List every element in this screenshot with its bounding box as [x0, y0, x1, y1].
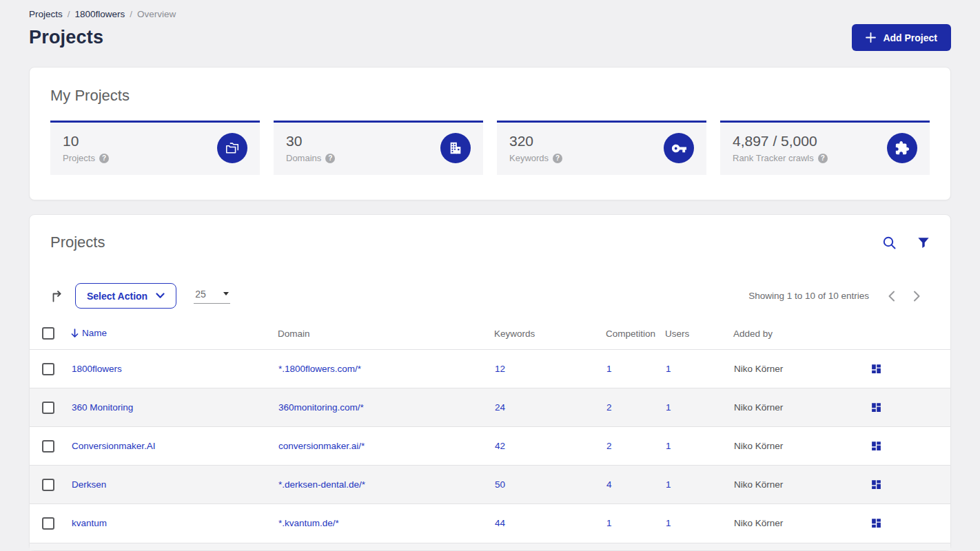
- breadcrumb-overview: Overview: [137, 9, 176, 19]
- projects-card: Projects Se: [29, 214, 951, 551]
- key-icon: [664, 133, 694, 163]
- added-by-cell: Niko Körner: [733, 466, 870, 504]
- page-size-select[interactable]: 25: [194, 289, 230, 304]
- column-header-keywords[interactable]: Keywords: [494, 320, 606, 350]
- stat-tile-domains: 30 Domains ?: [274, 121, 483, 175]
- select-action-dropdown[interactable]: Select Action: [75, 283, 176, 309]
- project-domain-link[interactable]: 360monitoring.com/*: [278, 402, 364, 413]
- project-domain-link[interactable]: *.derksen-dental.de/*: [278, 479, 365, 490]
- users-count-link[interactable]: 1: [666, 402, 671, 413]
- dashboard-grid-icon[interactable]: [870, 479, 882, 490]
- project-name-link[interactable]: Conversionmaker.AI: [72, 441, 156, 451]
- table-row: Conversionmaker.AI conversionmaker.ai/* …: [30, 427, 950, 466]
- competition-count-link[interactable]: 1: [606, 364, 612, 374]
- filter-icon[interactable]: [917, 236, 930, 249]
- competition-count-link[interactable]: 2: [606, 402, 612, 413]
- project-domain-link[interactable]: conversionmaker.ai/*: [278, 441, 365, 451]
- my-projects-title: My Projects: [50, 87, 930, 105]
- row-checkbox[interactable]: [42, 440, 54, 453]
- projects-table-title: Projects: [50, 233, 105, 251]
- dashboard-grid-icon[interactable]: [870, 440, 882, 452]
- add-project-button[interactable]: Add Project: [852, 24, 951, 51]
- search-icon[interactable]: [882, 236, 897, 250]
- keywords-count-link[interactable]: 44: [495, 518, 505, 528]
- project-name-link[interactable]: 1800flowers: [72, 364, 122, 374]
- select-all-checkbox[interactable]: [42, 327, 54, 340]
- chevron-down-icon: [156, 293, 165, 299]
- keywords-count: 320: [509, 133, 562, 149]
- project-name-link[interactable]: Derksen: [72, 479, 106, 490]
- added-by-cell: Niko Körner: [733, 350, 870, 388]
- stat-tile-projects: 10 Projects ?: [50, 121, 260, 175]
- my-projects-card: My Projects 10 Projects ?: [29, 67, 951, 200]
- top-header: Projects / 1800flowers / Overview Projec…: [29, 0, 951, 51]
- project-name-link[interactable]: 360 Monitoring: [72, 402, 133, 413]
- help-icon[interactable]: ?: [325, 154, 335, 163]
- select-action-label: Select Action: [87, 291, 147, 302]
- breadcrumb-separator: /: [130, 9, 132, 19]
- project-name-link[interactable]: kvantum: [72, 518, 107, 528]
- column-header-users[interactable]: Users: [665, 320, 733, 350]
- dashboard-grid-icon[interactable]: [870, 363, 882, 375]
- added-by-cell: Niko Körner: [733, 504, 870, 543]
- export-arrow-icon[interactable]: [50, 289, 65, 303]
- rank-tracker-count: 4,897 / 5,000: [733, 133, 828, 149]
- users-count-link[interactable]: 1: [666, 518, 671, 528]
- rank-tracker-label: Rank Tracker crawls: [733, 153, 814, 163]
- prev-page-icon[interactable]: [879, 287, 904, 306]
- stat-tiles: 10 Projects ? 30 Domai: [50, 121, 930, 175]
- plus-icon: [866, 32, 876, 43]
- table-controls: Select Action 25 Showing 1 to 10 of 10 e…: [30, 283, 950, 309]
- keywords-count-link[interactable]: 42: [495, 441, 505, 451]
- domains-label: Domains: [286, 153, 321, 163]
- users-count-link[interactable]: 1: [666, 441, 671, 451]
- row-checkbox[interactable]: [42, 479, 54, 491]
- projects-table: Name Domain Keywords Competition Users A…: [30, 320, 950, 543]
- building-icon: [440, 133, 471, 163]
- breadcrumb-projects[interactable]: Projects: [29, 9, 63, 19]
- row-checkbox[interactable]: [42, 363, 54, 375]
- sort-down-icon: [71, 329, 79, 337]
- column-header-added-by[interactable]: Added by: [733, 320, 870, 350]
- column-header-domain[interactable]: Domain: [278, 320, 494, 350]
- help-icon[interactable]: ?: [553, 154, 562, 163]
- caret-down-icon: [223, 292, 229, 295]
- folders-icon: [217, 133, 247, 163]
- dashboard-grid-icon[interactable]: [870, 517, 882, 529]
- pagination: [879, 287, 930, 306]
- keywords-count-link[interactable]: 12: [495, 364, 505, 374]
- competition-count-link[interactable]: 1: [606, 518, 612, 528]
- table-header-row: Name Domain Keywords Competition Users A…: [30, 320, 950, 350]
- page: Projects / 1800flowers / Overview Projec…: [0, 0, 980, 551]
- table-row: Derksen *.derksen-dental.de/* 50 4 1 Nik…: [30, 466, 950, 504]
- competition-count-link[interactable]: 4: [606, 479, 612, 490]
- help-icon[interactable]: ?: [99, 154, 109, 163]
- row-checkbox[interactable]: [42, 402, 54, 414]
- projects-count: 10: [63, 133, 109, 149]
- stat-tile-keywords: 320 Keywords ?: [497, 121, 706, 175]
- puzzle-icon: [887, 133, 917, 163]
- dashboard-grid-icon[interactable]: [870, 402, 882, 413]
- page-size-value: 25: [195, 289, 206, 300]
- column-header-name[interactable]: Name: [71, 320, 278, 350]
- next-page-icon[interactable]: [904, 287, 930, 306]
- domains-count: 30: [286, 133, 335, 149]
- table-row-partial: [30, 543, 950, 550]
- keywords-count-link[interactable]: 50: [495, 479, 505, 490]
- stat-tile-rank-tracker: 4,897 / 5,000 Rank Tracker crawls ?: [720, 121, 930, 175]
- help-icon[interactable]: ?: [818, 154, 828, 163]
- project-domain-link[interactable]: *.1800flowers.com/*: [278, 364, 361, 374]
- column-header-competition[interactable]: Competition: [606, 320, 665, 350]
- keywords-count-link[interactable]: 24: [495, 402, 505, 413]
- row-checkbox[interactable]: [42, 517, 54, 530]
- breadcrumb: Projects / 1800flowers / Overview: [29, 9, 951, 19]
- users-count-link[interactable]: 1: [666, 364, 671, 374]
- competition-count-link[interactable]: 2: [606, 441, 612, 451]
- breadcrumb-1800flowers[interactable]: 1800flowers: [75, 9, 125, 19]
- users-count-link[interactable]: 1: [666, 479, 671, 490]
- table-row: 1800flowers *.1800flowers.com/* 12 1 1 N…: [30, 350, 950, 388]
- breadcrumb-separator: /: [68, 9, 70, 19]
- project-domain-link[interactable]: *.kvantum.de/*: [278, 518, 339, 528]
- keywords-label: Keywords: [509, 153, 549, 163]
- table-row: kvantum *.kvantum.de/* 44 1 1 Niko Körne…: [30, 504, 950, 543]
